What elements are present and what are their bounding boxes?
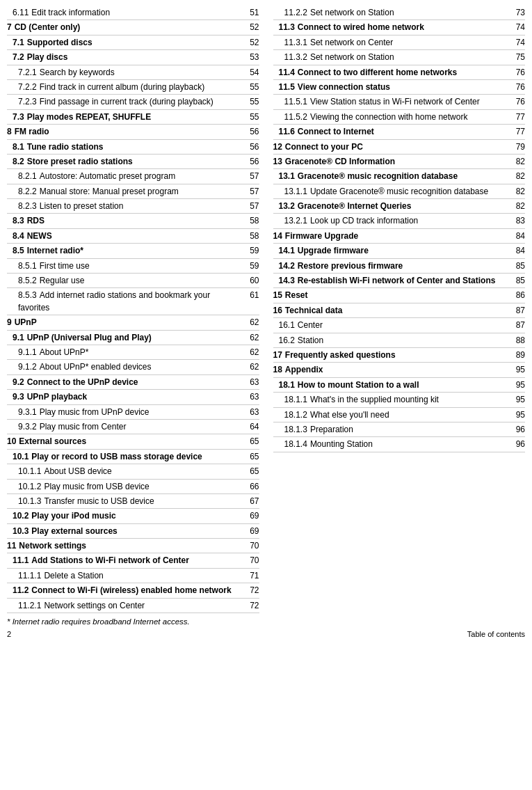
toc-entry: 7.3Play modes REPEAT, SHUFFLE55: [7, 110, 259, 125]
toc-page: 67: [245, 496, 259, 507]
toc-label: 7CD (Center only): [7, 22, 245, 33]
toc-entry: 8.2Store preset radio stations56: [7, 155, 259, 169]
toc-page: 84: [511, 245, 525, 257]
toc-label: 8.2Store preset radio stations: [7, 156, 245, 168]
toc-page: 76: [511, 81, 525, 93]
toc-entry: 16.1Center87: [273, 318, 526, 333]
toc-entry: 10.1.1About USB device65: [7, 464, 259, 479]
toc-label: 11.5View connection status: [273, 81, 512, 93]
toc-label: 8.4NEWS: [7, 230, 245, 242]
toc-page: 60: [245, 275, 259, 287]
toc-page: 82: [511, 186, 525, 198]
toc-page: 74: [511, 37, 525, 49]
toc-label: 11.2.1Network settings on Center: [7, 600, 245, 612]
toc-entry: 18.1.2What else you'll need95: [273, 408, 526, 422]
toc-page: 62: [245, 317, 259, 329]
toc-label: 9.3.1Play music from UPnP device: [7, 406, 245, 418]
toc-page: 63: [245, 406, 259, 418]
toc-entry: 18.1How to mount Station to a wall95: [273, 378, 526, 393]
toc-entry: 9UPnP62: [7, 315, 259, 330]
toc-page: 64: [245, 421, 259, 433]
toc-label: 13.2Gracenote® Internet Queries: [273, 200, 512, 212]
toc-page: 76: [511, 67, 525, 79]
toc-label: 16.2Station: [273, 335, 512, 347]
toc-entry: 11.5.1View Station status in Wi-Fi netwo…: [273, 95, 526, 109]
toc-entry: 7.1Supported discs52: [7, 35, 259, 50]
toc-label: 11.2Connect to Wi-Fi (wireless) enabled …: [7, 585, 245, 597]
toc-page: 87: [511, 319, 525, 331]
toc-entry: 18.1.1What's in the supplied mounting ki…: [273, 393, 526, 407]
page-number: 2: [7, 630, 11, 638]
toc-label: 8FM radio: [7, 126, 245, 138]
footnote: * Internet radio requires broadband Inte…: [0, 613, 532, 627]
toc-page: 86: [511, 290, 525, 301]
toc-page: 52: [245, 22, 259, 33]
toc-page: 58: [245, 230, 259, 242]
toc-page: 69: [245, 526, 259, 537]
toc-page: 59: [245, 245, 259, 257]
toc-page: 75: [511, 52, 525, 63]
toc-entry: 8.5Internet radio*59: [7, 244, 259, 258]
toc-entry: 7.2Play discs53: [7, 50, 259, 65]
toc-label: 8.5.2Regular use: [7, 275, 245, 287]
right-column: 11.2.2Set network on Station7311.3Connec…: [266, 6, 533, 613]
toc-page: 70: [245, 540, 259, 552]
toc-label: 9.1UPnP (Universal Plug and Play): [7, 332, 245, 344]
toc-label: 11.3.1Set network on Center: [273, 37, 512, 49]
toc-page: 72: [245, 600, 259, 612]
toc-page: 57: [245, 171, 259, 182]
toc-page: 56: [245, 156, 259, 168]
toc-entry: 11.6Connect to Internet77: [273, 125, 526, 139]
toc-page: 88: [511, 335, 525, 347]
toc-label: 17Frequently asked questions: [273, 349, 512, 361]
toc-page: 85: [511, 260, 525, 272]
toc-label: 7.2.1Search by keywords: [7, 67, 245, 79]
toc-label: 18.1.1What's in the supplied mounting ki…: [273, 394, 512, 406]
toc-entry: 11.5.2Viewing the connection with home n…: [273, 110, 526, 125]
toc-entry: 7CD (Center only)52: [7, 20, 259, 35]
toc-entry: 10.3Play external sources69: [7, 524, 259, 539]
toc-entry: 18.1.3Preparation96: [273, 422, 526, 437]
toc-label: 11Network settings: [7, 540, 245, 552]
toc-entry: 11.2Connect to Wi-Fi (wireless) enabled …: [7, 583, 259, 598]
toc-entry: 11.3.1Set network on Center74: [273, 35, 526, 50]
toc-label: 8.5.1First time use: [7, 260, 245, 272]
toc-label: 9UPnP: [7, 317, 245, 329]
toc-label: 11.3Connect to wired home network: [273, 22, 512, 33]
toc-label: 10.1.3Transfer music to USB device: [7, 496, 245, 507]
toc-label: 7.2.2Find track in current album (during…: [7, 81, 245, 93]
toc-page: 71: [245, 570, 259, 582]
toc-page: 56: [245, 141, 259, 153]
toc-entry: 9.3.2Play music from Center64: [7, 420, 259, 434]
toc-page: 62: [245, 361, 259, 373]
toc-label: 7.3Play modes REPEAT, SHUFFLE: [7, 111, 245, 123]
toc-page: 53: [245, 52, 259, 63]
toc-page: 89: [511, 349, 525, 361]
toc-entry: 11Network settings70: [7, 539, 259, 553]
toc-label: 10.2Play your iPod music: [7, 510, 245, 522]
toc-page: 95: [511, 394, 525, 406]
toc-container: 6.11Edit track information517CD (Center …: [0, 6, 532, 613]
toc-label: 7.1Supported discs: [7, 37, 245, 49]
toc-entry: 8.3RDS58: [7, 214, 259, 228]
toc-entry: 8.5.3Add internet radio stations and boo…: [7, 288, 259, 315]
toc-entry: 10.1.2Play music from USB device66: [7, 480, 259, 494]
toc-label: 8.5.3Add internet radio stations and boo…: [7, 290, 245, 314]
toc-label: 15Reset: [273, 290, 512, 301]
toc-label: 11.6Connect to Internet: [273, 126, 512, 138]
toc-entry: 9.3.1Play music from UPnP device63: [7, 405, 259, 420]
toc-page: 59: [245, 260, 259, 272]
toc-label: 7.2Play discs: [7, 52, 245, 63]
toc-label: 11.3.2Set network on Station: [273, 52, 512, 63]
toc-label: 8.5Internet radio*: [7, 245, 245, 257]
toc-label: 13.2.1Look up CD track information: [273, 215, 512, 227]
toc-entry: 8.5.1First time use59: [7, 259, 259, 274]
toc-entry: 8.2.2Manual store: Manual preset program…: [7, 184, 259, 199]
toc-entry: 14.1Upgrade firmware84: [273, 244, 526, 258]
toc-page: 57: [245, 186, 259, 198]
toc-page: 96: [511, 424, 525, 436]
toc-label: 9.1.1About UPnP*: [7, 347, 245, 358]
toc-entry: 13.1.1Update Gracenote® music recognitio…: [273, 184, 526, 199]
toc-page: 65: [245, 466, 259, 477]
toc-entry: 12Connect to your PC79: [273, 140, 526, 155]
